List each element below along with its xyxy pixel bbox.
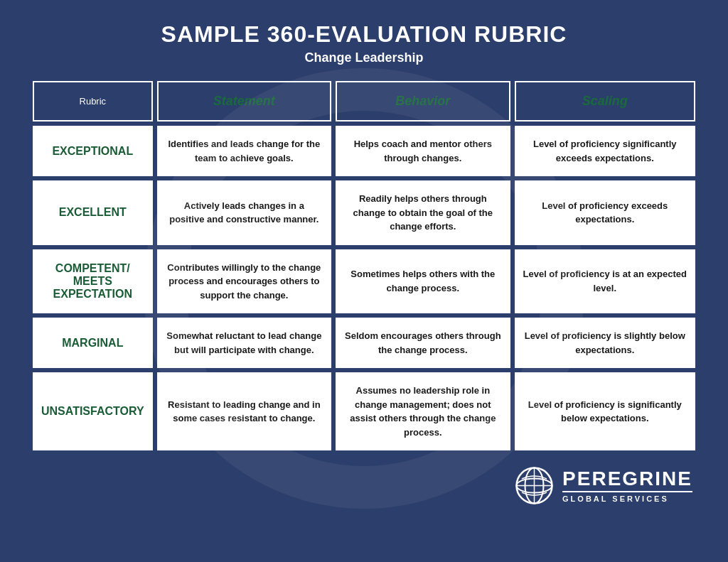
scaling-cell: Level of proficiency exceeds expectation… [515,180,695,245]
logo-divider [562,491,692,492]
logo-main-text: PEREGRINE [562,469,692,489]
header-statement: Statement [157,81,331,121]
level-cell: EXCEPTIONAL [33,126,153,176]
scaling-cell: Level of proficiency is at an expected l… [515,249,695,314]
table-row: MARGINALSomewhat reluctant to lead chang… [33,318,695,368]
table-row: COMPETENT/ MEETS EXPECTATIONContributes … [33,249,695,314]
scaling-cell: Level of proficiency is significantly be… [515,372,695,450]
scaling-cell: Level of proficiency significantly excee… [515,126,695,176]
header-scaling: Scaling [515,81,695,121]
behavior-cell: Seldom encourages others through the cha… [336,318,510,368]
footer: PEREGRINE GLOBAL SERVICES [28,466,700,505]
rubric-table: Rubric Statement Behavior Scaling EXCEPT… [28,77,700,455]
behavior-cell: Sometimes helps others with the change p… [336,249,510,314]
table-row: UNSATISFACTORYResistant to leading chang… [33,372,695,450]
statement-cell: Identifies and leads change for the team… [157,126,331,176]
table-row: EXCEPTIONALIdentifies and leads change f… [33,126,695,176]
logo-area: PEREGRINE GLOBAL SERVICES [515,466,692,505]
logo-text: PEREGRINE GLOBAL SERVICES [562,469,692,503]
scaling-cell: Level of proficiency is slightly below e… [515,318,695,368]
page-subtitle: Change Leadership [304,50,423,65]
statement-cell: Actively leads changes in a positive and… [157,180,331,245]
behavior-cell: Helps coach and mentor others through ch… [336,126,510,176]
logo-sub-text: GLOBAL SERVICES [562,495,669,503]
header-rubric: Rubric [33,81,153,121]
statement-cell: Contributes willingly to the change proc… [157,249,331,314]
globe-icon [515,466,554,505]
level-cell: EXCELLENT [33,180,153,245]
table-row: EXCELLENTActively leads changes in a pos… [33,180,695,245]
page-wrapper: SAMPLE 360-EVALUATION RUBRIC Change Lead… [7,7,721,562]
behavior-cell: Readily helps others through change to o… [336,180,510,245]
header-behavior: Behavior [336,81,510,121]
table-header-row: Rubric Statement Behavior Scaling [33,81,695,121]
statement-cell: Resistant to leading change and in some … [157,372,331,450]
level-cell: MARGINAL [33,318,153,368]
behavior-cell: Assumes no leadership role in change man… [336,372,510,450]
level-cell: COMPETENT/ MEETS EXPECTATION [33,249,153,314]
statement-cell: Somewhat reluctant to lead change but wi… [157,318,331,368]
page-title: SAMPLE 360-EVALUATION RUBRIC [161,21,567,48]
level-cell: UNSATISFACTORY [33,372,153,450]
